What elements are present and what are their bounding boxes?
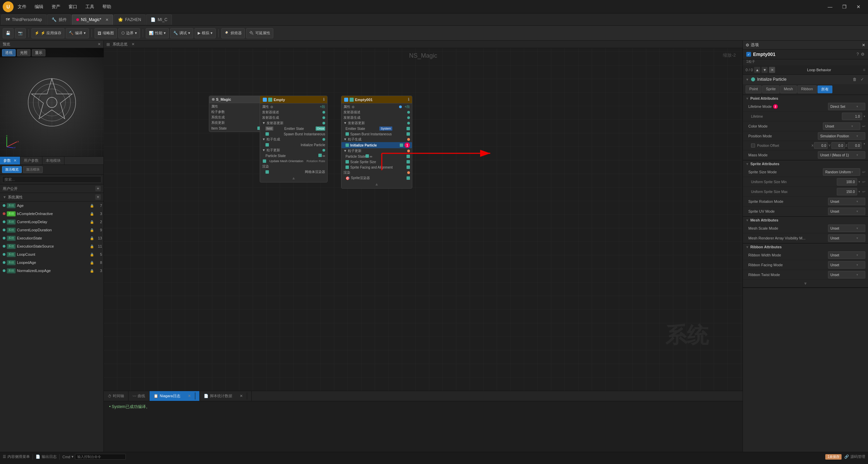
emitter-enable-checkbox[interactable]: ✓: [746, 52, 751, 57]
color-mode-dropdown[interactable]: Unset ▾: [823, 122, 860, 130]
expand-button[interactable]: ▲: [260, 175, 327, 181]
lifetime-mode-dropdown[interactable]: Direct Set ▾: [828, 103, 865, 110]
content-menu-item[interactable]: ☰ 内容侧滑菜单: [3, 454, 30, 459]
menu-window[interactable]: 窗口: [67, 3, 79, 11]
z-value[interactable]: 0.0: [848, 142, 862, 149]
tab-params[interactable]: 参数 ✕: [0, 157, 20, 165]
active-module-button[interactable]: 激活模块: [23, 166, 43, 173]
compile-button[interactable]: 🔨 编译 ▾: [66, 28, 89, 38]
search-input[interactable]: [2, 176, 101, 183]
tab-niagara-log[interactable]: 📋 Niagara日志 ✕: [150, 391, 200, 401]
sprite-uv-mode-dropdown[interactable]: Unset ▾: [828, 208, 865, 215]
position-mode-dropdown[interactable]: Simulation Position ▾: [818, 132, 865, 140]
perspective-button[interactable]: 透视: [2, 49, 16, 56]
mesh-scale-mode-dropdown[interactable]: Unset ▾: [828, 225, 865, 232]
lifetime-value[interactable]: 1.0: [842, 113, 862, 120]
settings-icon[interactable]: ⚙: [861, 52, 865, 57]
canvas-area[interactable]: NS_Magic 缩放-2 系统 S_Magic 属性 粒子参数 系统生成 系统…: [104, 48, 743, 391]
cmd-dropdown-icon[interactable]: ▾: [72, 455, 74, 459]
tab-plugin[interactable]: 🔧 插件: [47, 15, 71, 25]
x-value[interactable]: 0.0: [814, 142, 828, 149]
add-user-param-button[interactable]: +: [95, 186, 101, 191]
thumbnail-button[interactable]: 🖼 缩略图: [95, 28, 117, 38]
sprite-size-min-value[interactable]: 100.0: [837, 178, 857, 186]
node-empty001[interactable]: Empty001 ℹ 属性 ⚙ +段 发射器描述 发射器生成: [341, 96, 412, 189]
panel-close-icon[interactable]: ✕: [862, 43, 865, 47]
viewport-close-icon[interactable]: ✕: [98, 42, 101, 46]
mesh-array-visibility-dropdown[interactable]: Unset ▾: [828, 234, 865, 242]
point-attributes-header[interactable]: ▼ Point Attributes: [743, 95, 868, 102]
system-overview-close[interactable]: ✕: [132, 42, 135, 46]
initialize-particle-row[interactable]: Initialize Particle 1: [341, 142, 412, 148]
tab-ns-magic[interactable]: NS_Magic* ✕: [72, 15, 113, 25]
menu-help[interactable]: 帮助: [101, 3, 113, 11]
ribbon-attributes-header[interactable]: ▼ Ribbon Attributes: [743, 244, 868, 250]
menu-tools[interactable]: 工具: [84, 3, 96, 11]
simulate-button[interactable]: ▶ 模拟 ▾: [195, 28, 216, 38]
nav-down-button[interactable]: ▼: [762, 67, 768, 73]
cmd-input[interactable]: [75, 454, 126, 460]
scalability-button[interactable]: 🔌 可延展性: [246, 28, 273, 38]
delete-module-button[interactable]: 🗑: [852, 76, 858, 82]
mesh-attributes-header[interactable]: ▼ Mesh Attributes: [743, 217, 868, 224]
sprite-rotation-mode-dropdown[interactable]: Unset ▾: [828, 198, 865, 205]
tab-close-icon[interactable]: ✕: [184, 392, 195, 400]
maximize-button[interactable]: ❐: [837, 1, 851, 12]
sprite-size-mode-dropdown[interactable]: Random Uniform ▾: [823, 168, 860, 176]
sprite-size-min-reset[interactable]: ↩: [862, 180, 865, 184]
tab-local-modules[interactable]: 本地模块: [42, 157, 64, 165]
sprite-size-max-value[interactable]: 150.0: [837, 188, 857, 195]
lighting-button[interactable]: 光照: [17, 49, 31, 56]
sub-tab-sprite[interactable]: Sprite: [762, 85, 780, 93]
module-check-button[interactable]: ✓: [859, 76, 865, 82]
close-button[interactable]: ✕: [852, 1, 865, 12]
menu-assets[interactable]: 资产: [50, 3, 62, 11]
scroll-down-button[interactable]: ▼: [743, 280, 868, 287]
y-value[interactable]: 0.0: [831, 142, 845, 149]
tab-timeline[interactable]: ⏱ 时间轴: [104, 391, 129, 401]
menu-edit[interactable]: 编辑: [33, 3, 45, 11]
node-s-magic[interactable]: S_Magic 属性 粒子参数 系统生成 系统更新 Item State: [209, 96, 263, 132]
expand-button[interactable]: ▲: [341, 181, 412, 188]
bounds-button[interactable]: ⬡ 边界 ▾: [118, 28, 140, 38]
sprite-attributes-header[interactable]: ▼ Sprite Attributes: [743, 160, 868, 167]
mass-mode-dropdown[interactable]: Unset / (Mass of 1) ▾: [818, 151, 865, 159]
add-system-attr-button[interactable]: +: [95, 194, 101, 200]
tab-close-icon-2[interactable]: ✕: [236, 392, 247, 400]
sprite-size-reset[interactable]: ↩: [862, 170, 865, 174]
sub-tab-ribbon[interactable]: Ribbon: [797, 85, 817, 93]
performance-button[interactable]: 📊 性能 ▾: [146, 28, 169, 38]
sprite-size-max-reset[interactable]: ↩: [862, 190, 865, 194]
source-control-item[interactable]: 🔗 源码管理: [844, 454, 865, 459]
params-tab-close[interactable]: ✕: [14, 158, 17, 163]
ribbon-twist-mode-dropdown[interactable]: Unset ▾: [828, 271, 865, 278]
sub-tab-point[interactable]: Point: [746, 85, 762, 93]
tab-script-stats[interactable]: 📄 脚本统计数据 ✕: [200, 391, 252, 401]
save-button[interactable]: 💾: [3, 28, 14, 38]
help-icon[interactable]: ?: [856, 52, 859, 57]
menu-file[interactable]: 文件: [16, 3, 28, 11]
output-log-item[interactable]: 📄 输出日志: [36, 454, 57, 459]
node-empty[interactable]: Empty ℹ 属性 ⚙ +段 发射器描述 发射器生成: [260, 96, 328, 182]
minimize-button[interactable]: —: [823, 1, 837, 12]
baker-button[interactable]: 🍳 烘焙器: [221, 28, 245, 38]
active-overview-button[interactable]: 激活概览: [2, 166, 22, 173]
module-header[interactable]: ▼ Initialize Particle 🗑 ✓: [743, 75, 868, 84]
nav-up-button[interactable]: ▲: [754, 67, 760, 73]
ribbon-facing-mode-dropdown[interactable]: Unset ▾: [828, 261, 865, 269]
debug-button[interactable]: 🔧 调试 ▾: [170, 28, 193, 38]
sub-tab-mesh[interactable]: Mesh: [780, 85, 797, 93]
tab-close-icon[interactable]: ✕: [105, 18, 108, 22]
ribbon-width-mode-dropdown[interactable]: Unset ▾: [828, 251, 865, 259]
screenshot-button[interactable]: 📷: [15, 28, 26, 38]
tab-thirdpersonmap[interactable]: 🗺 ThirdPersonMap: [1, 15, 46, 25]
show-button[interactable]: 显示: [32, 49, 45, 56]
apply-save-button[interactable]: ⚡ ⚡ 应用保存: [32, 28, 64, 38]
tab-ml-c[interactable]: 📄 MI_C: [146, 15, 172, 25]
color-mode-reset[interactable]: ↩: [862, 124, 865, 129]
tab-curve[interactable]: 〰 曲线: [129, 391, 150, 401]
position-offset-checkbox[interactable]: [751, 143, 755, 148]
tab-user-params[interactable]: 用户参数: [20, 157, 42, 165]
sub-tab-all[interactable]: 所有: [817, 85, 832, 93]
tab-fazhen[interactable]: 🌟 FAZHEN: [114, 15, 145, 25]
